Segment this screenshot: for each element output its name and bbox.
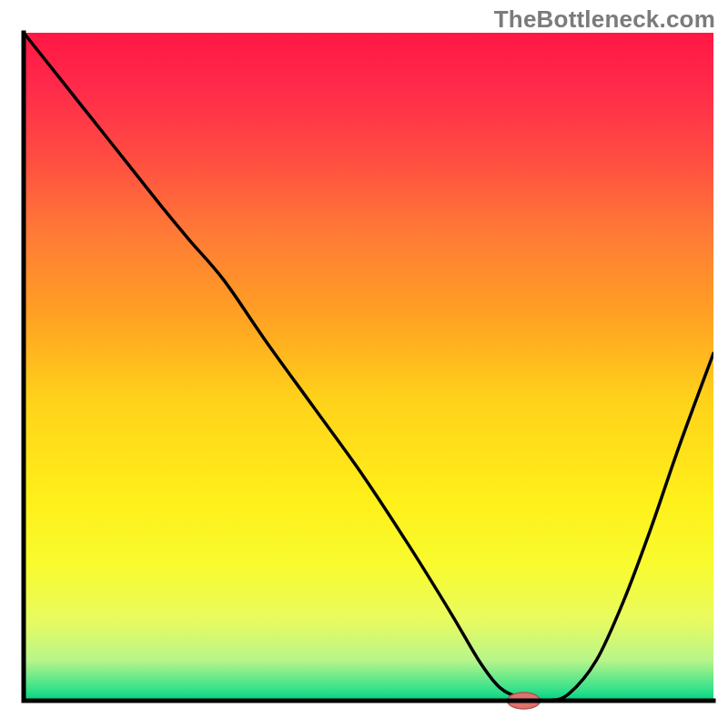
bottleneck-chart: [0, 0, 728, 728]
chart-stage: TheBottleneck.com: [0, 0, 728, 728]
gradient-background: [24, 33, 713, 701]
